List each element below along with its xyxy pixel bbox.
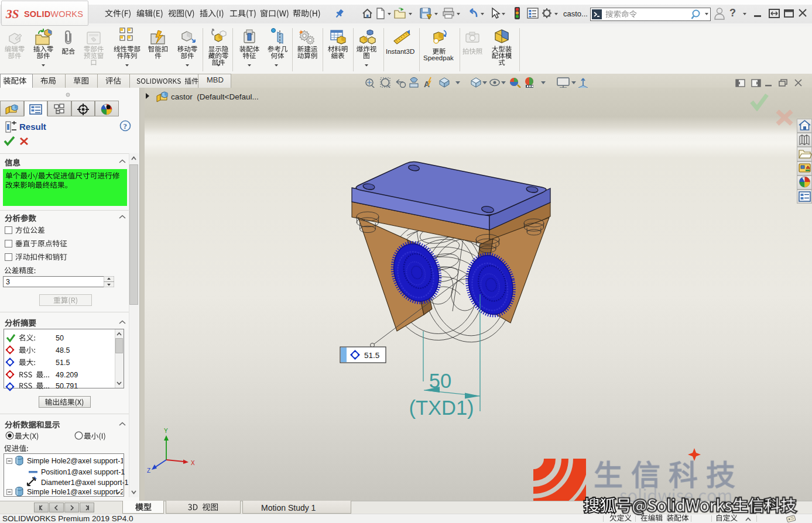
- svg-text:50: 50: [429, 370, 451, 392]
- svg-text:Z: Z: [147, 467, 150, 474]
- svg-text:Y: Y: [164, 428, 168, 434]
- svg-text:51.5: 51.5: [364, 351, 379, 360]
- svg-text:?: ?: [124, 122, 128, 130]
- svg-text:X: X: [191, 460, 195, 466]
- svg-text:(TXD1): (TXD1): [409, 397, 474, 419]
